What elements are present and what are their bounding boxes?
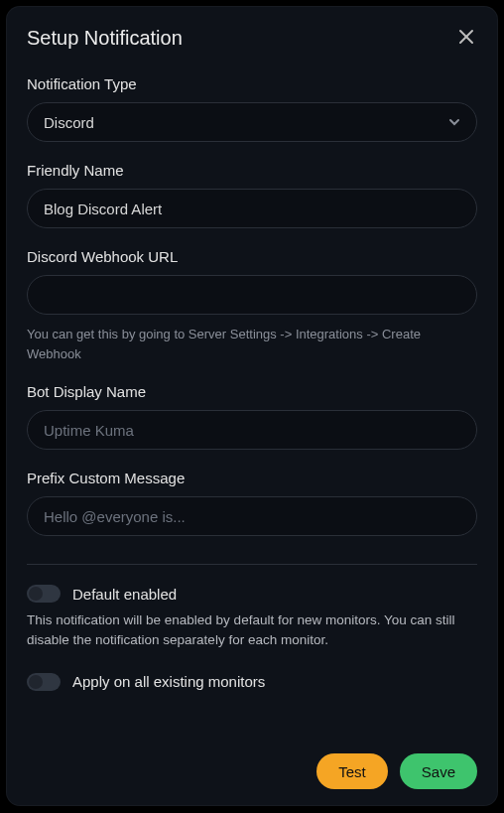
chevron-down-icon [448, 116, 460, 128]
field-friendly-name: Friendly Name [27, 162, 477, 228]
label-prefix-message: Prefix Custom Message [27, 470, 477, 486]
select-notification-type[interactable]: Discord [27, 102, 477, 142]
close-icon [458, 29, 474, 48]
divider [27, 564, 477, 565]
toggle-row-apply-all: Apply on all existing monitors [27, 673, 477, 691]
toggle-apply-all[interactable] [27, 673, 61, 691]
field-bot-name: Bot Display Name [27, 383, 477, 450]
input-prefix-message[interactable] [27, 496, 477, 536]
close-button[interactable] [455, 28, 477, 50]
field-prefix-message: Prefix Custom Message [27, 470, 477, 536]
modal-title: Setup Notification [27, 27, 183, 50]
toggle-label-default-enabled: Default enabled [72, 586, 177, 603]
label-friendly-name: Friendly Name [27, 162, 477, 179]
select-value: Discord [44, 114, 94, 131]
toggle-row-default-enabled: Default enabled [27, 585, 477, 603]
toggle-default-enabled[interactable] [27, 585, 61, 603]
field-notification-type: Notification Type Discord [27, 75, 477, 142]
input-bot-name[interactable] [27, 410, 477, 450]
modal-header: Setup Notification [27, 27, 477, 50]
modal-footer: Test Save [27, 744, 477, 789]
input-friendly-name[interactable] [27, 189, 477, 228]
test-button[interactable]: Test [316, 753, 388, 789]
save-button[interactable]: Save [400, 753, 477, 789]
setup-notification-modal: Setup Notification Notification Type Dis… [6, 6, 498, 806]
label-notification-type: Notification Type [27, 75, 477, 92]
input-webhook-url[interactable] [27, 275, 477, 315]
label-bot-name: Bot Display Name [27, 383, 477, 400]
help-default-enabled: This notification will be enabled by def… [27, 610, 477, 651]
label-webhook-url: Discord Webhook URL [27, 248, 477, 265]
help-webhook: You can get this by going to Server Sett… [27, 325, 477, 363]
field-webhook-url: Discord Webhook URL You can get this by … [27, 248, 477, 363]
toggle-label-apply-all: Apply on all existing monitors [72, 673, 265, 690]
